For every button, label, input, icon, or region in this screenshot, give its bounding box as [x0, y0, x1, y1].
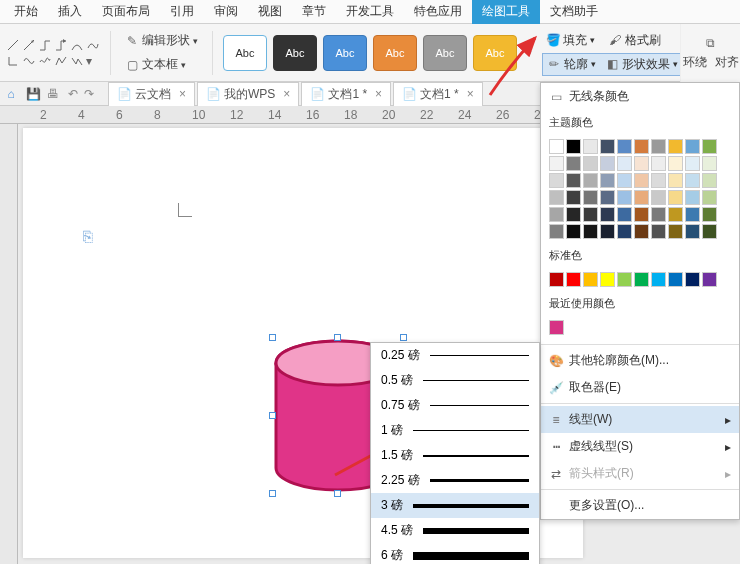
- style-sample-2[interactable]: Abc: [323, 35, 367, 71]
- undo-icon[interactable]: ↶: [66, 87, 80, 101]
- close-tab-icon[interactable]: ×: [179, 87, 186, 101]
- color-swatch[interactable]: [634, 139, 649, 154]
- color-swatch[interactable]: [668, 272, 683, 287]
- menu-item-10[interactable]: 文档助手: [540, 0, 608, 24]
- line-icon[interactable]: [6, 38, 20, 52]
- color-swatch[interactable]: [651, 207, 666, 222]
- color-swatch[interactable]: [600, 173, 615, 188]
- color-swatch[interactable]: [634, 207, 649, 222]
- document-tab-0[interactable]: 📄云文档×: [108, 82, 195, 106]
- menu-item-3[interactable]: 引用: [160, 0, 204, 24]
- color-swatch[interactable]: [702, 272, 717, 287]
- color-swatch[interactable]: [566, 224, 581, 239]
- line-weight-option[interactable]: 1 磅: [371, 418, 539, 443]
- color-swatch[interactable]: [651, 224, 666, 239]
- align-label[interactable]: 对齐: [715, 54, 739, 71]
- color-swatch[interactable]: [566, 272, 581, 287]
- line-weight-option[interactable]: 1.5 磅: [371, 443, 539, 468]
- color-swatch[interactable]: [634, 224, 649, 239]
- color-swatch[interactable]: [583, 190, 598, 205]
- line-weight-option[interactable]: 0.25 磅: [371, 343, 539, 368]
- color-swatch[interactable]: [634, 173, 649, 188]
- color-swatch[interactable]: [600, 190, 615, 205]
- color-swatch[interactable]: [583, 207, 598, 222]
- gallery-dropdown-icon[interactable]: ▾: [527, 48, 532, 58]
- color-swatch[interactable]: [600, 139, 615, 154]
- menu-item-6[interactable]: 章节: [292, 0, 336, 24]
- more-outline-colors-option[interactable]: 🎨其他轮廓颜色(M)...: [541, 347, 739, 374]
- save-icon[interactable]: 💾: [26, 87, 40, 101]
- zigzag-icon[interactable]: [70, 54, 84, 68]
- color-swatch[interactable]: [685, 190, 700, 205]
- wrap-label[interactable]: 环绕: [683, 54, 707, 71]
- freeform-icon[interactable]: [22, 54, 36, 68]
- color-swatch[interactable]: [566, 139, 581, 154]
- color-swatch[interactable]: [600, 224, 615, 239]
- color-swatch[interactable]: [583, 173, 598, 188]
- outline-button[interactable]: ✏轮廓▾ ◧形状效果▾: [542, 53, 683, 76]
- line-weight-option[interactable]: 0.5 磅: [371, 368, 539, 393]
- document-tab-1[interactable]: 📄我的WPS×: [197, 82, 299, 106]
- color-swatch[interactable]: [702, 156, 717, 171]
- color-swatch[interactable]: [702, 139, 717, 154]
- color-swatch[interactable]: [685, 173, 700, 188]
- color-swatch[interactable]: [600, 272, 615, 287]
- connector-icon[interactable]: [38, 38, 52, 52]
- style-sample-0[interactable]: Abc: [223, 35, 267, 71]
- color-swatch[interactable]: [600, 156, 615, 171]
- color-swatch[interactable]: [566, 156, 581, 171]
- document-tab-2[interactable]: 📄文档1 *×: [301, 82, 391, 106]
- color-swatch[interactable]: [600, 207, 615, 222]
- more-settings-option[interactable]: 更多设置(O)...: [541, 492, 739, 519]
- document-tab-3[interactable]: 📄文档1 *×: [393, 82, 483, 106]
- line-weight-option[interactable]: 6 磅: [371, 543, 539, 564]
- color-swatch[interactable]: [685, 207, 700, 222]
- color-swatch[interactable]: [617, 139, 632, 154]
- menu-item-2[interactable]: 页面布局: [92, 0, 160, 24]
- home-icon[interactable]: ⌂: [4, 87, 18, 101]
- close-tab-icon[interactable]: ×: [375, 87, 382, 101]
- color-swatch[interactable]: [566, 207, 581, 222]
- color-swatch[interactable]: [617, 224, 632, 239]
- style-sample-1[interactable]: Abc: [273, 35, 317, 71]
- line-arrow-icon[interactable]: [22, 38, 36, 52]
- edit-shape-button[interactable]: ✎编辑形状▾: [121, 30, 202, 51]
- curve2-icon[interactable]: [86, 38, 100, 52]
- color-swatch[interactable]: [549, 190, 564, 205]
- color-swatch[interactable]: [549, 139, 564, 154]
- color-swatch[interactable]: [617, 156, 632, 171]
- color-swatch[interactable]: [685, 224, 700, 239]
- color-swatch[interactable]: [549, 272, 564, 287]
- color-swatch[interactable]: [651, 173, 666, 188]
- curve-icon[interactable]: [70, 38, 84, 52]
- color-swatch[interactable]: [668, 156, 683, 171]
- style-sample-3[interactable]: Abc: [373, 35, 417, 71]
- menu-item-7[interactable]: 开发工具: [336, 0, 404, 24]
- color-swatch[interactable]: [651, 156, 666, 171]
- color-swatch[interactable]: [566, 190, 581, 205]
- style-sample-5[interactable]: Abc: [473, 35, 517, 71]
- color-swatch[interactable]: [634, 272, 649, 287]
- color-swatch[interactable]: [702, 224, 717, 239]
- color-swatch[interactable]: [566, 173, 581, 188]
- color-swatch[interactable]: [685, 272, 700, 287]
- color-swatch[interactable]: [702, 173, 717, 188]
- style-sample-4[interactable]: Abc: [423, 35, 467, 71]
- color-swatch[interactable]: [668, 173, 683, 188]
- color-swatch[interactable]: [583, 156, 598, 171]
- color-swatch[interactable]: [668, 190, 683, 205]
- redo-icon[interactable]: ↷: [82, 87, 96, 101]
- dash-type-option[interactable]: ┅虚线线型(S)▸: [541, 433, 739, 460]
- color-swatch[interactable]: [617, 272, 632, 287]
- close-tab-icon[interactable]: ×: [467, 87, 474, 101]
- color-swatch[interactable]: [685, 156, 700, 171]
- menu-item-5[interactable]: 视图: [248, 0, 292, 24]
- color-swatch[interactable]: [668, 139, 683, 154]
- line-type-option[interactable]: ≡线型(W)▸: [541, 406, 739, 433]
- print-icon[interactable]: 🖶: [46, 87, 60, 101]
- line-weight-option[interactable]: 3 磅: [371, 493, 539, 518]
- color-swatch[interactable]: [702, 190, 717, 205]
- color-swatch[interactable]: [668, 207, 683, 222]
- color-swatch[interactable]: [702, 207, 717, 222]
- color-swatch[interactable]: [685, 139, 700, 154]
